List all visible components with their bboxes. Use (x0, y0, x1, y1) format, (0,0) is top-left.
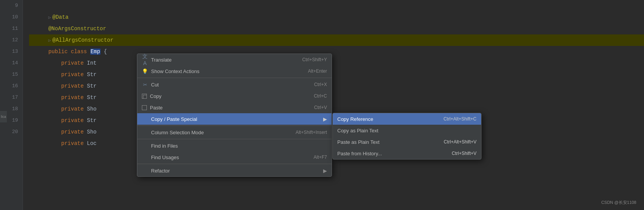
code-line-13: private Int (29, 46, 644, 57)
line-numbers: 9 10 11 12 13 14 15 16 17 18 19 20 (0, 0, 23, 210)
line-num-19: 19 (12, 115, 18, 126)
code-line-10: @NoArgsConstructor (29, 11, 644, 23)
context-menu[interactable]: 文A Translate Ctrl+Shift+Y 💡 Show Context… (137, 54, 332, 177)
line-num-11: 11 (12, 23, 18, 34)
paste-history-label: Paste from History... (337, 151, 382, 156)
submenu-item-paste-plain-text[interactable]: Paste as Plain Text Ctrl+Alt+Shift+V (333, 136, 481, 148)
cut-icon: ✂ (142, 82, 148, 88)
code-line-14: private Str (29, 57, 644, 69)
find-in-files-label: Find in Files (151, 143, 178, 149)
menu-item-find-usages[interactable]: Find Usages Alt+F7 (137, 151, 332, 163)
paste-plain-label: Paste as Plain Text (337, 139, 379, 145)
watermark-text: CSDN @长安1108 (601, 200, 636, 205)
fold-icon-11: ▷ (48, 38, 51, 43)
submenu-arrow-refactor: ▶ (323, 168, 327, 174)
menu-item-refactor[interactable]: Refactor ▶ (137, 165, 332, 176)
code-line-11: ▷@AllArgsConstructor (29, 23, 644, 34)
copy-paste-special-label: Copy / Paste Special (151, 116, 197, 122)
refactor-label: Refactor (151, 168, 170, 174)
line-num-14: 14 (12, 57, 18, 69)
cut-label: Cut (151, 82, 159, 88)
code-line-12: public class Emp { (29, 34, 644, 46)
line-num-10: 10 (12, 11, 18, 23)
column-selection-label: Column Selection Mode (151, 130, 204, 135)
show-context-shortcut: Alt+Enter (308, 68, 327, 74)
submenu-item-copy-plain-text[interactable]: Copy as Plain Text (333, 125, 481, 136)
copy-reference-shortcut: Ctrl+Alt+Shift+C (444, 116, 476, 122)
find-usages-label: Find Usages (151, 155, 179, 160)
menu-item-translate[interactable]: 文A Translate Ctrl+Shift+Y (137, 54, 332, 65)
line-num-17: 17 (12, 92, 18, 103)
code-line-17: private Sho (29, 92, 644, 103)
translate-shortcut: Ctrl+Shift+Y (302, 57, 327, 62)
menu-item-show-context-actions[interactable]: 💡 Show Context Actions Alt+Enter (137, 65, 332, 77)
menu-item-copy[interactable]: Copy Ctrl+C (137, 90, 332, 102)
code-area: ▷@Data @NoArgsConstructor ▷@AllArgsConst… (23, 0, 644, 210)
find-usages-shortcut: Alt+F7 (314, 155, 327, 160)
paste-shortcut: Ctrl+V (314, 105, 327, 110)
line-num-13: 13 (12, 46, 18, 57)
menu-item-paste[interactable]: Paste Ctrl+V (137, 102, 332, 113)
copy-label: Copy (150, 93, 161, 99)
divider-1 (137, 78, 332, 78)
line-num-18: 18 (12, 103, 18, 115)
code-line-9: ▷@Data (29, 0, 644, 11)
line-num-20: 20 (12, 126, 18, 138)
code-line-16: private Str (29, 80, 644, 92)
divider-4 (137, 164, 332, 164)
submenu-arrow-5: ▶ (323, 116, 327, 122)
copy-plain-label: Copy as Plain Text (337, 128, 378, 133)
translate-icon: 文A (142, 53, 148, 66)
paste-icon (142, 105, 147, 110)
code-editor: 9 10 11 12 13 14 15 16 17 18 19 20 ▷@Dat… (0, 0, 644, 210)
code-line-15: private Str (29, 69, 644, 80)
copy-reference-label: Copy Reference (337, 116, 373, 122)
column-selection-shortcut: Alt+Shift+Insert (296, 130, 327, 135)
line-num-12: 12 (12, 34, 18, 46)
fold-icon-9: ▷ (48, 15, 51, 20)
menu-item-copy-paste-special[interactable]: Copy / Paste Special ▶ Copy Reference Ct… (137, 113, 332, 125)
submenu-item-paste-from-history[interactable]: Paste from History... Ctrl+Shift+V (333, 148, 481, 159)
divider-3 (137, 139, 332, 139)
menu-item-cut[interactable]: ✂ Cut Ctrl+X (137, 79, 332, 90)
menu-item-column-selection[interactable]: Column Selection Mode Alt+Shift+Insert (137, 127, 332, 138)
copy-icon (142, 94, 147, 99)
paste-plain-shortcut: Ctrl+Alt+Shift+V (444, 139, 476, 145)
menu-item-find-in-files[interactable]: Find in Files (137, 140, 332, 151)
line-num-15: 15 (12, 69, 18, 80)
show-context-label: Show Context Actions (151, 68, 199, 74)
translate-label: Translate (151, 57, 172, 63)
paste-history-shortcut: Ctrl+Shift+V (452, 151, 476, 156)
sidebar-label: lica (1, 115, 6, 119)
submenu-copy-paste[interactable]: Copy Reference Ctrl+Alt+Shift+C Copy as … (332, 113, 481, 160)
line-num-16: 16 (12, 80, 18, 92)
copy-shortcut: Ctrl+C (314, 93, 327, 99)
cut-shortcut: Ctrl+X (314, 82, 327, 87)
divider-2 (137, 125, 332, 126)
lightbulb-icon: 💡 (142, 68, 148, 74)
paste-label: Paste (150, 105, 163, 111)
line-num-9: 9 (15, 0, 18, 11)
submenu-item-copy-reference[interactable]: Copy Reference Ctrl+Alt+Shift+C (333, 113, 481, 125)
sidebar-indicator: lica (0, 111, 7, 122)
watermark: CSDN @长安1108 (601, 200, 636, 205)
